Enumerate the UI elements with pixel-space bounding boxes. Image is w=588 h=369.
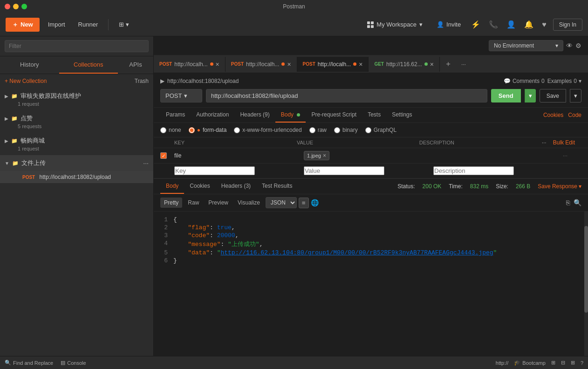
- tab-add-button[interactable]: ＋: [440, 55, 457, 73]
- collection-item-2[interactable]: ▶ 📁 点赞 5 requests: [0, 110, 153, 133]
- layout-icon-2[interactable]: ⊟: [561, 360, 565, 366]
- request-tab-1[interactable]: POST http://localh... ×: [154, 57, 226, 72]
- tab-close-2[interactable]: ×: [287, 61, 291, 68]
- tab-tests[interactable]: Tests: [362, 108, 386, 123]
- option-raw[interactable]: raw: [309, 127, 327, 133]
- sidebar-request-item[interactable]: POST http://localhost:18082/upload: [0, 171, 153, 183]
- examples-button[interactable]: Examples 0 ▾: [547, 78, 581, 84]
- tab-pre-request[interactable]: Pre-request Script: [306, 108, 362, 123]
- response-url-link[interactable]: http://116.62.13.104:80/group1/M00/00/00…: [220, 249, 493, 256]
- import-button[interactable]: Import: [43, 18, 70, 31]
- comments-button[interactable]: 💬 Comments 0: [504, 78, 545, 84]
- collection-item-1[interactable]: ▶ 📁 审核失败原因在线维护 1 request: [0, 88, 153, 110]
- heart-icon[interactable]: ♥: [540, 19, 548, 31]
- bootcamp-button[interactable]: 🎓 Bootcamp: [514, 360, 546, 366]
- wrap-button[interactable]: ≡: [299, 198, 309, 208]
- tab-headers[interactable]: Headers (9): [234, 108, 275, 123]
- request-tab-3[interactable]: POST http://localh... ×: [297, 57, 369, 72]
- option-binary[interactable]: binary: [334, 127, 358, 133]
- bulk-edit-button[interactable]: Bulk Edit: [553, 139, 581, 146]
- minimize-button[interactable]: [13, 4, 19, 9]
- copy-icon[interactable]: ⎘: [566, 199, 570, 206]
- user-icon[interactable]: 👤: [505, 18, 518, 31]
- cookies-link[interactable]: Cookies: [543, 112, 563, 118]
- new-button[interactable]: ＋ New: [6, 18, 40, 32]
- empty-value-input[interactable]: [304, 166, 384, 175]
- empty-key-input[interactable]: [174, 166, 255, 175]
- cell-actions-1[interactable]: ···: [563, 152, 581, 159]
- tab-params[interactable]: Params: [160, 108, 191, 123]
- globe-icon[interactable]: 🌐: [311, 199, 319, 206]
- row-checkbox-1[interactable]: ✓: [160, 152, 167, 159]
- settings-icon[interactable]: ⚙: [575, 42, 581, 49]
- empty-value-cell[interactable]: [304, 166, 433, 175]
- environment-selector[interactable]: No Environment ▾: [489, 40, 563, 51]
- empty-desc-cell[interactable]: [433, 166, 563, 175]
- search-input[interactable]: [5, 40, 149, 52]
- lightning-icon[interactable]: ⚡: [469, 18, 482, 31]
- empty-desc-input[interactable]: [433, 166, 514, 175]
- view-pretty-button[interactable]: Pretty: [160, 198, 182, 208]
- search-icon[interactable]: 🔍: [574, 199, 581, 206]
- collection-item-3[interactable]: ▶ 📁 畅购商城 1 request: [0, 133, 153, 155]
- signin-button[interactable]: Sign In: [553, 19, 582, 31]
- option-form-data[interactable]: ● form-data: [189, 127, 227, 133]
- view-raw-button[interactable]: Raw: [184, 198, 203, 208]
- close-button[interactable]: [5, 4, 10, 9]
- view-preview-button[interactable]: Preview: [205, 198, 232, 208]
- runner-button[interactable]: Runner: [74, 18, 103, 31]
- code-link[interactable]: Code: [568, 112, 581, 118]
- invite-button[interactable]: 👤 Invite: [432, 18, 465, 31]
- request-tab-4[interactable]: GET http://116.62... ×: [369, 57, 439, 72]
- tab-history[interactable]: History: [0, 56, 59, 74]
- collection-menu-icon[interactable]: ···: [143, 159, 149, 167]
- tab-body[interactable]: Body: [275, 108, 306, 123]
- url-input[interactable]: [206, 89, 487, 102]
- more-icon[interactable]: ···: [542, 139, 547, 146]
- empty-key-cell[interactable]: [174, 166, 304, 175]
- save-response-button[interactable]: Save Response ▾: [538, 183, 581, 190]
- scrollbar-thumb[interactable]: [584, 226, 588, 313]
- option-url-encoded[interactable]: x-www-form-urlencoded: [234, 127, 301, 133]
- send-dropdown-button[interactable]: ▾: [525, 89, 536, 102]
- save-button[interactable]: Save: [540, 89, 566, 102]
- format-select[interactable]: JSON: [266, 197, 297, 208]
- tab-close-3[interactable]: ×: [359, 61, 362, 68]
- tab-collections[interactable]: Collections: [59, 56, 118, 74]
- res-tab-headers[interactable]: Headers (3): [216, 179, 256, 194]
- maximize-button[interactable]: [21, 4, 27, 9]
- tab-settings[interactable]: Settings: [386, 108, 417, 123]
- trash-button[interactable]: Trash: [135, 78, 149, 84]
- layout-icon-3[interactable]: ⊞: [571, 360, 575, 366]
- method-select[interactable]: POST ▾: [160, 89, 202, 102]
- res-tab-test-results[interactable]: Test Results: [256, 179, 298, 194]
- console-button[interactable]: ▤ Console: [61, 360, 86, 366]
- request-tab-2[interactable]: POST http://localh... ×: [226, 57, 297, 72]
- line-1: 1 {: [160, 216, 581, 223]
- file-remove-icon[interactable]: ×: [323, 152, 326, 159]
- eye-icon[interactable]: 👁: [566, 42, 573, 49]
- view-visualize-button[interactable]: Visualize: [234, 198, 264, 208]
- new-collection-button[interactable]: + New Collection: [5, 78, 47, 84]
- save-dropdown-button[interactable]: ▾: [570, 89, 581, 102]
- tab-authorization[interactable]: Authorization: [191, 108, 234, 123]
- tab-more-button[interactable]: ···: [457, 57, 471, 71]
- phone-icon[interactable]: 📞: [487, 18, 500, 31]
- help-button[interactable]: ?: [581, 360, 583, 366]
- bell-icon[interactable]: 🔔: [522, 18, 535, 31]
- option-none[interactable]: none: [160, 127, 181, 133]
- res-tab-cookies[interactable]: Cookies: [184, 179, 215, 194]
- response-scrollbar[interactable]: [584, 212, 588, 356]
- layout-button[interactable]: ⊞ ▾: [114, 18, 134, 31]
- cell-check-1[interactable]: ✓: [160, 152, 174, 159]
- tab-apis[interactable]: APIs: [118, 56, 153, 74]
- option-graphql[interactable]: GraphQL: [365, 127, 397, 133]
- layout-icon-1[interactable]: ⊞: [551, 360, 555, 366]
- collection-item-4[interactable]: ▼ 📁 文件上传 ···: [0, 155, 153, 171]
- workspace-button[interactable]: My Workspace ▾: [362, 18, 428, 31]
- tab-close-4[interactable]: ×: [430, 61, 434, 68]
- find-replace-button[interactable]: 🔍 Find and Replace: [5, 360, 53, 366]
- tab-close-1[interactable]: ×: [216, 61, 219, 68]
- res-tab-body[interactable]: Body: [160, 179, 184, 194]
- send-button[interactable]: Send: [491, 89, 521, 102]
